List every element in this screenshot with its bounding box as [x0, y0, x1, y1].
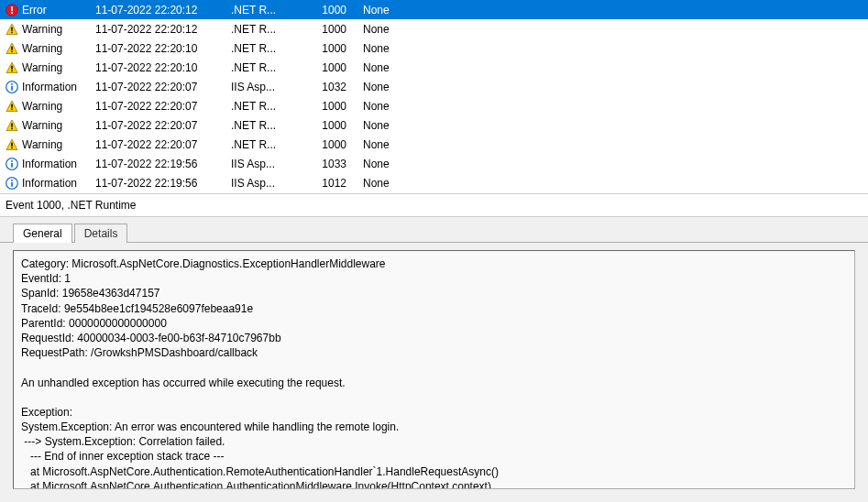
warning-icon — [5, 119, 22, 132]
event-datetime: 11-07-2022 22:20:07 — [95, 138, 231, 151]
event-datetime: 11-07-2022 22:20:07 — [95, 119, 231, 132]
event-source: .NET R... — [231, 4, 312, 16]
event-datetime: 11-07-2022 22:20:12 — [95, 4, 231, 16]
summary-bar: Event 1000, .NET Runtime — [0, 194, 868, 217]
event-task: None — [363, 23, 436, 36]
event-row[interactable]: Error11-07-2022 22:20:12.NET R...1000Non… — [0, 0, 868, 19]
event-level: Information — [22, 158, 95, 170]
event-task: None — [363, 81, 436, 93]
event-level: Warning — [22, 100, 95, 113]
event-level: Warning — [22, 119, 95, 132]
event-source: .NET R... — [231, 138, 312, 151]
event-level: Information — [22, 177, 95, 190]
event-datetime: 11-07-2022 22:19:56 — [95, 177, 231, 190]
event-level: Error — [22, 4, 95, 16]
warning-icon — [5, 61, 22, 74]
event-id: 1033 — [312, 158, 363, 170]
details-pane: Category: Microsoft.AspNetCore.Diagnosti… — [0, 243, 868, 502]
event-source: IIS Asp... — [231, 81, 312, 93]
event-id: 1032 — [312, 81, 363, 93]
event-datetime: 11-07-2022 22:20:07 — [95, 81, 231, 93]
event-id: 1000 — [312, 138, 363, 151]
event-task: None — [363, 100, 436, 113]
summary-text: Event 1000, .NET Runtime — [5, 199, 137, 212]
event-row[interactable]: Warning11-07-2022 22:20:07.NET R...1000N… — [0, 115, 868, 135]
warning-icon — [5, 42, 22, 55]
warning-icon — [5, 138, 22, 151]
event-task: None — [363, 42, 436, 55]
event-source: .NET R... — [231, 42, 312, 55]
event-row[interactable]: Information11-07-2022 22:19:56IIS Asp...… — [0, 154, 868, 173]
event-level: Warning — [22, 61, 95, 74]
event-task: None — [363, 177, 436, 190]
event-row[interactable]: Information11-07-2022 22:19:56IIS Asp...… — [0, 173, 868, 192]
event-datetime: 11-07-2022 22:20:10 — [95, 42, 231, 55]
event-level: Warning — [22, 23, 95, 36]
event-task: None — [363, 61, 436, 74]
event-row[interactable]: Information11-07-2022 22:20:07IIS Asp...… — [0, 77, 868, 96]
event-level: Warning — [22, 42, 95, 55]
event-source: .NET R... — [231, 119, 312, 132]
event-datetime: 11-07-2022 22:20:12 — [95, 23, 231, 36]
event-id: 1012 — [312, 177, 363, 190]
event-list[interactable]: Error11-07-2022 22:20:12.NET R...1000Non… — [0, 0, 868, 194]
warning-icon — [5, 100, 22, 113]
event-id: 1000 — [312, 100, 363, 113]
event-task: None — [363, 4, 436, 16]
event-task: None — [363, 138, 436, 151]
details-tabs: General Details — [0, 217, 868, 243]
event-id: 1000 — [312, 119, 363, 132]
event-datetime: 11-07-2022 22:19:56 — [95, 158, 231, 170]
event-level: Warning — [22, 138, 95, 151]
event-id: 1000 — [312, 23, 363, 36]
event-level: Information — [22, 81, 95, 93]
event-source: .NET R... — [231, 61, 312, 74]
tab-general[interactable]: General — [13, 224, 72, 243]
event-row[interactable]: Warning11-07-2022 22:20:07.NET R...1000N… — [0, 96, 868, 115]
event-id: 1000 — [312, 61, 363, 74]
error-icon — [5, 4, 22, 16]
event-datetime: 11-07-2022 22:20:10 — [95, 61, 231, 74]
event-task: None — [363, 158, 436, 170]
event-row[interactable]: Warning11-07-2022 22:20:12.NET R...1000N… — [0, 19, 868, 38]
warning-icon — [5, 23, 22, 36]
event-source: IIS Asp... — [231, 158, 312, 170]
event-row[interactable]: Warning11-07-2022 22:20:10.NET R...1000N… — [0, 58, 868, 77]
event-id: 1000 — [312, 42, 363, 55]
information-icon — [5, 158, 22, 170]
event-source: .NET R... — [231, 100, 312, 113]
event-source: IIS Asp... — [231, 177, 312, 190]
event-datetime: 11-07-2022 22:20:07 — [95, 100, 231, 113]
event-source: .NET R... — [231, 23, 312, 36]
event-task: None — [363, 119, 436, 132]
event-id: 1000 — [312, 4, 363, 16]
event-row[interactable]: Warning11-07-2022 22:20:10.NET R...1000N… — [0, 38, 868, 58]
information-icon — [5, 177, 22, 190]
information-icon — [5, 81, 22, 93]
details-text: Category: Microsoft.AspNetCore.Diagnosti… — [13, 250, 855, 489]
tab-details[interactable]: Details — [74, 224, 128, 243]
event-row[interactable]: Warning11-07-2022 22:20:07.NET R...1000N… — [0, 135, 868, 154]
